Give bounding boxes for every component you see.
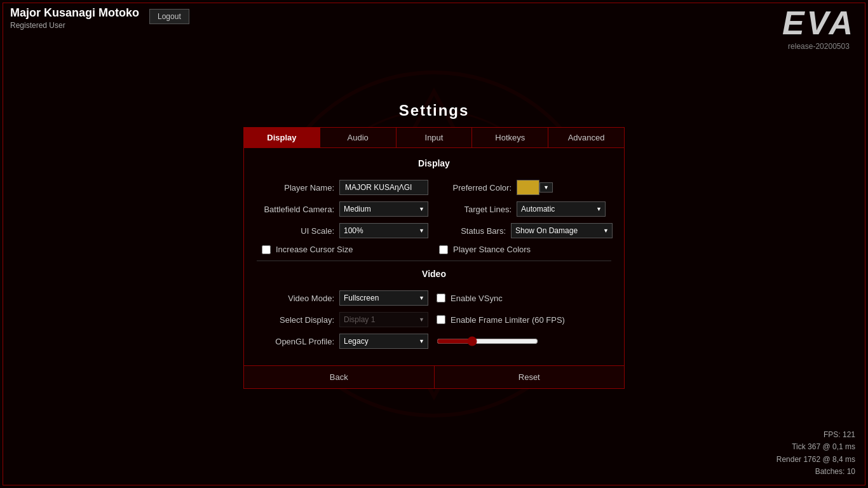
target-lines-label: Target Lines: [434,205,517,214]
ui-scale-row: UI Scale: 100% 75% 125% Status Bars: Sho… [257,223,611,238]
render-value: Render 1762 @ 8,4 ms [776,454,855,466]
target-lines-col: Target Lines: Automatic Always Never [434,201,611,217]
bottom-buttons: Back Reset [243,366,625,389]
settings-panel: Settings Display Audio Input Hotkeys Adv… [243,102,625,389]
increase-cursor-col: Increase Cursor Size [257,245,434,254]
frame-limiter-label: Enable Frame Limiter (60 FPS) [451,315,565,325]
logout-button[interactable]: Logout [149,9,189,24]
video-section-header: Video [257,269,611,281]
opengl-profile-label: OpenGL Profile: [257,337,339,346]
ui-scale-col: UI Scale: 100% 75% 125% [257,223,428,238]
back-button[interactable]: Back [244,366,435,388]
video-mode-col: Video Mode: Fullscreen Windowed Borderle… [257,290,431,306]
tab-input[interactable]: Input [397,128,473,147]
battlefield-camera-col: Battlefield Camera: Medium Low High [257,201,434,217]
settings-panel-content: Display Player Name: Preferred Color: ▼ … [243,148,625,366]
fps-value: FPS: 121 [776,429,855,441]
tick-value: Tick 367 @ 0,1 ms [776,441,855,453]
preferred-color-col: Preferred Color: ▼ [434,180,611,195]
frame-limiter-col: Enable Frame Limiter (60 FPS) [431,315,611,325]
target-lines-select[interactable]: Automatic Always Never [517,201,606,217]
ui-scale-label: UI Scale: [257,226,339,236]
player-name-input[interactable] [339,180,428,195]
user-info: Major Kusanagi Motoko Registered User [10,6,139,30]
opengl-row: OpenGL Profile: Legacy Core [257,334,611,349]
select-display-row: Select Display: Display 1 Enable Frame L… [257,312,611,327]
select-display-col: Select Display: Display 1 [257,312,431,327]
opengl-profile-select[interactable]: Legacy Core [339,334,428,349]
eva-release-version: release-20200503 [782,42,855,51]
top-bar: Major Kusanagi Motoko Registered User Lo… [0,0,868,57]
player-name-col: Player Name: [257,180,434,195]
status-bars-label: Status Bars: [428,226,511,236]
reset-button[interactable]: Reset [435,366,625,388]
player-stance-col: Player Stance Colors [434,245,611,254]
batches-value: Batches: 10 [776,466,855,478]
opengl-profile-col: OpenGL Profile: Legacy Core [257,334,431,349]
ui-scale-select-wrapper: 100% 75% 125% [339,223,428,238]
user-role: Registered User [10,21,139,30]
player-name-label: Player Name: [257,183,339,193]
video-mode-row: Video Mode: Fullscreen Windowed Borderle… [257,290,611,306]
tab-audio[interactable]: Audio [320,128,397,147]
player-stance-checkbox[interactable] [439,245,448,254]
frame-limiter-slider[interactable] [437,336,538,346]
select-display-label: Select Display: [257,315,339,325]
color-dropdown-button[interactable]: ▼ [539,182,553,193]
vsync-col: Enable VSync [431,294,611,303]
display-section-header: Display [257,158,611,171]
vsync-label: Enable VSync [451,294,503,303]
tab-advanced[interactable]: Advanced [548,128,624,147]
settings-tabs: Display Audio Input Hotkeys Advanced [243,127,625,148]
status-bars-select-wrapper: Show On Damage Always Never [511,223,613,238]
checkbox-row: Increase Cursor Size Player Stance Color… [257,245,611,254]
select-display-wrapper: Display 1 [339,312,428,327]
select-display-select[interactable]: Display 1 [339,312,428,327]
user-name: Major Kusanagi Motoko [10,6,139,20]
vsync-checkbox[interactable] [437,294,445,302]
battlefield-camera-row: Battlefield Camera: Medium Low High Targ… [257,201,611,217]
target-lines-select-wrapper: Automatic Always Never [517,201,606,217]
battlefield-camera-select[interactable]: Medium Low High [339,201,428,217]
status-bars-select[interactable]: Show On Damage Always Never [511,223,613,238]
fps-stats: FPS: 121 Tick 367 @ 0,1 ms Render 1762 @… [776,429,855,478]
tab-display[interactable]: Display [244,128,320,147]
opengl-profile-select-wrapper: Legacy Core [339,334,428,349]
video-mode-label: Video Mode: [257,294,339,303]
eva-logo-text: EVA [782,6,855,39]
video-mode-select-wrapper: Fullscreen Windowed Borderless [339,290,428,306]
increase-cursor-label: Increase Cursor Size [276,245,353,254]
player-name-row: Player Name: Preferred Color: ▼ [257,180,611,195]
video-mode-select[interactable]: Fullscreen Windowed Borderless [339,290,428,306]
color-preview [517,180,539,195]
frame-limiter-checkbox[interactable] [437,315,445,324]
player-stance-label: Player Stance Colors [453,245,531,254]
battlefield-camera-label: Battlefield Camera: [257,205,339,214]
settings-title: Settings [243,102,625,119]
frame-slider-col [431,336,611,346]
preferred-color-label: Preferred Color: [434,183,517,193]
tab-hotkeys[interactable]: Hotkeys [472,128,548,147]
increase-cursor-checkbox[interactable] [262,245,271,254]
battlefield-camera-select-wrapper: Medium Low High [339,201,428,217]
ui-scale-select[interactable]: 100% 75% 125% [339,223,428,238]
eva-logo: EVA release-20200503 [782,6,855,51]
status-bars-col: Status Bars: Show On Damage Always Never [428,223,613,238]
